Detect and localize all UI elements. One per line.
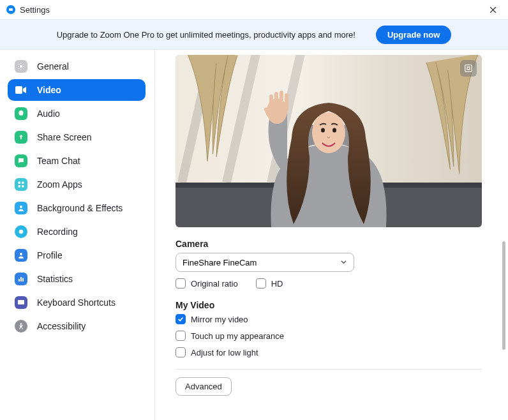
svg-rect-3 bbox=[22, 182, 24, 184]
rotate-icon bbox=[463, 63, 474, 73]
chevron-down-icon bbox=[340, 258, 347, 267]
camera-dropdown[interactable]: FineShare FineCam bbox=[176, 253, 354, 272]
gear-icon bbox=[14, 59, 28, 73]
checkbox-hd[interactable]: HD bbox=[256, 278, 283, 289]
svg-point-29 bbox=[321, 128, 325, 133]
svg-point-8 bbox=[20, 253, 22, 255]
upgrade-banner: Upgrade to Zoom One Pro to get unlimited… bbox=[0, 19, 508, 50]
advanced-button[interactable]: Advanced bbox=[176, 377, 232, 396]
titlebar: Settings bbox=[0, 0, 508, 19]
share-icon bbox=[14, 130, 28, 144]
sidebar-item-label: Audio bbox=[37, 109, 60, 119]
close-icon bbox=[489, 6, 497, 13]
zoom-app-icon bbox=[6, 5, 15, 14]
bg-icon bbox=[14, 201, 28, 215]
profile-icon bbox=[14, 248, 28, 262]
section-separator bbox=[176, 369, 482, 370]
svg-rect-1 bbox=[15, 86, 22, 94]
svg-rect-24 bbox=[274, 92, 278, 111]
upgrade-now-button[interactable]: Upgrade now bbox=[376, 26, 451, 44]
svg-point-6 bbox=[20, 206, 22, 208]
close-button[interactable] bbox=[484, 1, 502, 19]
svg-rect-26 bbox=[285, 93, 288, 111]
svg-point-7 bbox=[19, 230, 24, 234]
svg-point-30 bbox=[332, 128, 336, 133]
sidebar-item-zoom-apps[interactable]: Zoom Apps bbox=[8, 174, 146, 195]
sidebar-item-label: Team Chat bbox=[37, 156, 80, 166]
my-video-section-label: My Video bbox=[176, 300, 495, 310]
scrollbar-thumb[interactable] bbox=[502, 241, 505, 350]
settings-main-panel: Camera FineShare FineCam Original ratio … bbox=[155, 50, 508, 420]
sidebar-item-accessibility[interactable]: Accessibility bbox=[8, 315, 146, 337]
sidebar-item-audio[interactable]: Audio bbox=[8, 103, 146, 124]
settings-body: General Video Audio Share Screen Team Ch… bbox=[0, 50, 508, 420]
checkbox-label: Mirror my video bbox=[191, 315, 248, 324]
accessibility-icon bbox=[14, 319, 28, 333]
chat-icon bbox=[14, 154, 28, 168]
sidebar-item-label: Statistics bbox=[37, 274, 73, 284]
record-icon bbox=[14, 225, 28, 239]
svg-rect-9 bbox=[19, 279, 20, 281]
camera-section-label: Camera bbox=[176, 239, 495, 249]
sidebar-item-recording[interactable]: Recording bbox=[8, 221, 146, 243]
sidebar-item-label: General bbox=[37, 61, 69, 71]
video-icon bbox=[14, 83, 28, 97]
preview-scene bbox=[176, 55, 482, 227]
svg-rect-11 bbox=[22, 278, 24, 282]
sidebar-item-label: Profile bbox=[37, 250, 63, 260]
checkbox-label: Original ratio bbox=[191, 279, 238, 289]
sidebar-item-share-screen[interactable]: Share Screen bbox=[8, 126, 146, 148]
svg-rect-5 bbox=[22, 185, 24, 188]
svg-rect-10 bbox=[20, 277, 22, 281]
svg-rect-12 bbox=[18, 300, 24, 304]
sidebar-item-label: Recording bbox=[37, 227, 78, 237]
apps-icon bbox=[14, 177, 28, 191]
sidebar-item-video[interactable]: Video bbox=[8, 79, 146, 101]
video-preview bbox=[176, 55, 482, 227]
sidebar-item-team-chat[interactable]: Team Chat bbox=[8, 150, 146, 172]
svg-rect-23 bbox=[269, 94, 273, 111]
sidebar-item-background-effects[interactable]: Background & Effects bbox=[8, 197, 146, 219]
svg-point-13 bbox=[20, 323, 22, 325]
svg-rect-4 bbox=[19, 185, 21, 188]
camera-checkbox-row: Original ratio HD bbox=[176, 278, 495, 289]
sidebar-item-keyboard-shortcuts[interactable]: Keyboard Shortcuts bbox=[8, 292, 146, 313]
checkbox-label: HD bbox=[271, 279, 283, 289]
sidebar-item-profile[interactable]: Profile bbox=[8, 244, 146, 266]
keyboard-icon bbox=[14, 296, 28, 310]
svg-rect-2 bbox=[19, 182, 21, 184]
audio-icon bbox=[14, 107, 28, 121]
checkbox-label: Touch up my appearance bbox=[191, 331, 284, 341]
stats-icon bbox=[14, 272, 28, 286]
sidebar-item-label: Share Screen bbox=[37, 132, 92, 142]
camera-selected-value: FineShare FineCam bbox=[183, 258, 257, 267]
svg-point-28 bbox=[312, 112, 345, 153]
checkbox-adjust-low-light[interactable]: Adjust for low light bbox=[176, 347, 495, 357]
sidebar-item-label: Accessibility bbox=[37, 321, 86, 331]
checkbox-mirror-my-video[interactable]: Mirror my video bbox=[176, 314, 495, 324]
checkbox-touch-up-appearance[interactable]: Touch up my appearance bbox=[176, 331, 495, 341]
svg-point-0 bbox=[20, 65, 22, 68]
sidebar-item-label: Zoom Apps bbox=[37, 179, 82, 190]
checkbox-label: Adjust for low light bbox=[191, 348, 258, 357]
settings-sidebar: General Video Audio Share Screen Team Ch… bbox=[0, 50, 154, 420]
rotate-camera-button[interactable] bbox=[460, 60, 477, 77]
sidebar-item-general[interactable]: General bbox=[8, 56, 146, 77]
svg-rect-25 bbox=[280, 91, 283, 111]
my-video-checkbox-list: Mirror my video Touch up my appearance A… bbox=[176, 314, 495, 357]
banner-text: Upgrade to Zoom One Pro to get unlimited… bbox=[57, 30, 355, 40]
sidebar-item-label: Background & Effects bbox=[37, 203, 123, 213]
sidebar-item-label: Video bbox=[37, 85, 61, 95]
sidebar-item-label: Keyboard Shortcuts bbox=[37, 297, 116, 308]
svg-rect-31 bbox=[465, 65, 472, 72]
checkbox-original-ratio[interactable]: Original ratio bbox=[176, 278, 238, 289]
sidebar-item-statistics[interactable]: Statistics bbox=[8, 268, 146, 290]
window-title: Settings bbox=[20, 5, 50, 15]
